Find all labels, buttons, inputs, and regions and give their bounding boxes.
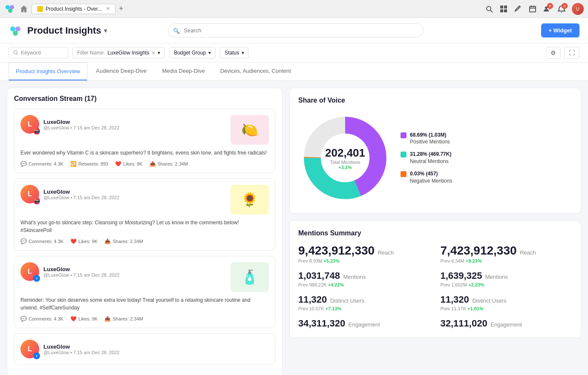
svg-line-4 bbox=[490, 10, 493, 12]
metric-unit-users-2: Distinct Users bbox=[472, 298, 506, 304]
donut-center: 202,401 Total Mentions +3.1% bbox=[325, 146, 365, 170]
post-info-3: LuxeGlow @LuxeGlow • 7:15 am Dec 28, 202… bbox=[43, 266, 119, 278]
status-label: Status bbox=[225, 50, 239, 56]
metric-unit-mentions-2: Mentions bbox=[485, 274, 508, 280]
budget-group-filter[interactable]: Budget Group ▾ bbox=[169, 47, 216, 58]
metric-unit-engagement-1: Engagement bbox=[349, 321, 380, 328]
post-info-1: LuxeGlow @LuxeGlow • 7:15 am Dec 28, 202… bbox=[43, 119, 119, 130]
browser-nav bbox=[4, 3, 28, 15]
metric-value-mentions-2: 1,639,325 bbox=[441, 270, 482, 281]
like-icon-2: ❤️ bbox=[70, 238, 77, 244]
mentions-grid: 9,423,912,330 Reach Prev 8.93M +5.23% 7,… bbox=[298, 244, 572, 329]
post-handle-4: @LuxeGlow • 7:15 am Dec 28, 2022 bbox=[43, 350, 119, 355]
page-title-dropdown[interactable]: ▾ bbox=[104, 27, 107, 34]
svg-point-0 bbox=[6, 5, 10, 9]
post-header-2: L 📷 LuxeGlow @LuxeGlow • 7:15 am Dec 28,… bbox=[20, 185, 269, 215]
svg-rect-6 bbox=[504, 6, 507, 9]
filter-name-chevron[interactable]: ▾ bbox=[158, 50, 160, 56]
metric-value-mentions-1: 1,031,748 bbox=[298, 270, 340, 281]
metric-unit-mentions-1: Mentions bbox=[343, 274, 366, 280]
tabs-bar: Product Insights Overview Audience Deep-… bbox=[0, 63, 588, 81]
metric-reach-2: 7,423,912,330 Reach Prev 6.34M +9.23% bbox=[441, 244, 572, 263]
metric-value-reach-2: 7,423,912,330 bbox=[441, 244, 517, 257]
svg-rect-9 bbox=[530, 6, 536, 12]
browser-bell-icon[interactable]: 8 bbox=[557, 5, 566, 13]
neutral-dot bbox=[401, 152, 406, 157]
metric-users-1: 11,320 Distinct Users Prev 10.57K +7.13% bbox=[298, 294, 430, 311]
browser-grid-icon[interactable] bbox=[499, 5, 508, 13]
fullscreen-button[interactable]: ⛶ bbox=[564, 47, 579, 59]
status-filter[interactable]: Status ▾ bbox=[220, 47, 249, 58]
post-card-4: L f LuxeGlow @LuxeGlow • 7:15 am Dec 28,… bbox=[14, 333, 275, 365]
keyword-input[interactable]: Keyword bbox=[9, 47, 68, 58]
post-stats-3: 💬 Comments: 4.3K ❤️ Likes: 9K 📤 Shares: … bbox=[20, 316, 269, 322]
browser-search-icon[interactable] bbox=[485, 5, 493, 13]
filter-name-remove[interactable]: ✕ bbox=[152, 51, 155, 55]
browser-edit-icon[interactable] bbox=[514, 5, 522, 13]
metric-unit-reach-2: Reach bbox=[520, 249, 536, 256]
share-icon-1: 📤 bbox=[150, 161, 156, 167]
metric-unit-reach-1: Reach bbox=[378, 249, 394, 256]
tab-audience[interactable]: Audience Deep-Dive bbox=[89, 63, 153, 80]
budget-group-chevron[interactable]: ▾ bbox=[208, 50, 211, 56]
mentions-summary-title: Mentions Summary bbox=[298, 229, 572, 237]
comment-icon-1: 💬 bbox=[20, 161, 27, 167]
post-header-1: L 📷 LuxeGlow @LuxeGlow • 7:15 am Dec 28,… bbox=[20, 115, 269, 145]
tab-media[interactable]: Media Deep-Dive bbox=[155, 63, 211, 80]
metric-prev-users-2: Prev 11.17K +1.01% bbox=[441, 306, 572, 311]
browser-users-icon[interactable]: 8 bbox=[543, 5, 551, 13]
brand-logo-icon bbox=[4, 3, 16, 15]
svg-point-19 bbox=[14, 51, 17, 54]
facebook-badge-4: f bbox=[33, 352, 40, 359]
metric-prev-mentions-1: Prev 988,22K +4.22% bbox=[298, 282, 430, 287]
tab-overview[interactable]: Product Insights Overview bbox=[9, 63, 87, 80]
positive-legend-text: 68.69% (1.03M) Positive Mentions bbox=[410, 132, 450, 146]
active-tab[interactable]: Product Insights - Over... ✕ bbox=[32, 4, 115, 14]
post-info-4: LuxeGlow @LuxeGlow • 7:15 am Dec 28, 202… bbox=[43, 344, 119, 355]
post-header-3: L f LuxeGlow @LuxeGlow • 7:15 am Dec 28,… bbox=[20, 262, 269, 292]
post-likes-1: ❤️ Likes: 9K bbox=[115, 161, 142, 167]
retweet-icon-1: 🔁 bbox=[70, 161, 77, 167]
svg-point-16 bbox=[10, 26, 15, 31]
post-stats-1: 💬 Comments: 4.3K 🔁 Retweets: 893 ❤️ Like… bbox=[20, 161, 269, 167]
post-info-2: LuxeGlow @LuxeGlow • 7:15 am Dec 28, 202… bbox=[43, 189, 119, 200]
filter-icon-button[interactable]: ⚙ bbox=[546, 47, 561, 59]
metric-users-2: 11,320 Distinct Users Prev 11.17K +1.01% bbox=[441, 294, 572, 311]
svg-point-3 bbox=[487, 6, 491, 11]
post-avatar-wrapper-3: L f bbox=[20, 262, 39, 281]
donut-change: +3.1% bbox=[325, 165, 365, 170]
new-tab-button[interactable]: + bbox=[119, 4, 124, 13]
post-likes-3: ❤️ Likes: 9K bbox=[70, 316, 98, 322]
metric-prev-mentions-2: Prev 1,602M +2.23% bbox=[441, 282, 572, 287]
browser-calendar-icon[interactable] bbox=[528, 5, 537, 13]
filter-name-label: Filter Name: bbox=[77, 50, 105, 56]
positive-dot bbox=[401, 132, 406, 138]
post-shares-2: 📤 Shares: 2.34M bbox=[104, 238, 143, 244]
metric-mentions-2: 1,639,325 Mentions Prev 1,602M +2.23% bbox=[441, 270, 572, 287]
metric-value-users-1: 11,320 bbox=[298, 294, 327, 305]
instagram-badge-2: 📷 bbox=[33, 198, 40, 204]
post-text-1: Ever wondered why Vitamin C is a skincar… bbox=[20, 149, 269, 157]
svg-point-2 bbox=[8, 9, 12, 13]
filter-name-pill[interactable]: Filter Name: LuxeGlow Insights ✕ ▾ bbox=[72, 47, 165, 58]
metric-prev-reach-2: Prev 6.34M +9.23% bbox=[441, 258, 572, 263]
donut-total: 202,401 bbox=[325, 146, 365, 160]
keyword-placeholder: Keyword bbox=[21, 50, 41, 56]
like-icon-3: ❤️ bbox=[70, 316, 77, 322]
status-chevron[interactable]: ▾ bbox=[242, 50, 244, 56]
app-header: Product Insights ▾ 🔍 + Widget bbox=[0, 18, 588, 43]
home-icon[interactable] bbox=[20, 5, 28, 13]
tab-close-button[interactable]: ✕ bbox=[106, 6, 110, 11]
tab-devices[interactable]: Devices, Audiences, Content bbox=[213, 63, 298, 80]
user-avatar[interactable]: U bbox=[572, 3, 584, 15]
post-text-3: Reminder: Your skin deserves some extra … bbox=[20, 296, 269, 312]
post-comments-1: 💬 Comments: 4.3K bbox=[20, 161, 63, 167]
legend-negative: 0.03% (457) Negative Mentions bbox=[401, 170, 452, 185]
post-username-2: LuxeGlow bbox=[43, 189, 119, 195]
search-input[interactable] bbox=[168, 23, 424, 37]
svg-rect-8 bbox=[504, 9, 507, 12]
metric-unit-users-1: Distinct Users bbox=[330, 298, 364, 304]
widget-button[interactable]: + Widget bbox=[541, 23, 579, 37]
metric-engagement-1: 34,311,320 Engagement bbox=[298, 318, 430, 329]
negative-legend-text: 0.03% (457) Negative Mentions bbox=[410, 170, 452, 185]
